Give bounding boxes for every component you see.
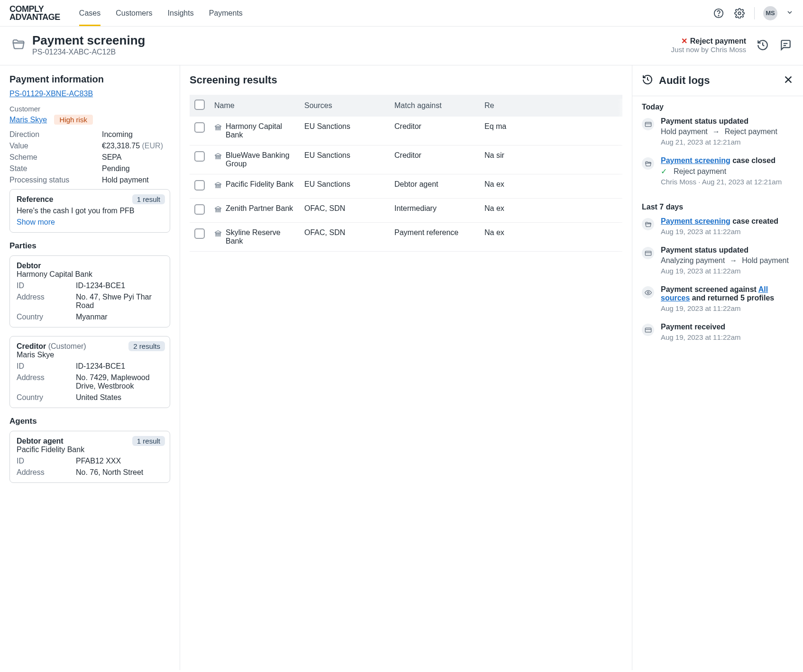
- creditor-id-value: ID-1234-BCE1: [76, 362, 163, 371]
- folder-icon: [11, 37, 26, 53]
- page-title: Payment screening: [32, 33, 145, 48]
- payment-screening-link[interactable]: Payment screening: [661, 217, 730, 225]
- payment-link[interactable]: PS-01129-XBNE-AC83B: [9, 90, 93, 98]
- folder-icon: [642, 157, 654, 170]
- tab-insights[interactable]: Insights: [168, 0, 194, 26]
- user-menu-chevron-icon[interactable]: [786, 9, 794, 18]
- dagent-name: Pacific Fidelity Bank: [17, 445, 163, 454]
- svg-rect-15: [219, 184, 220, 187]
- col-sources[interactable]: Sources: [301, 95, 391, 117]
- tab-customers[interactable]: Customers: [116, 0, 152, 26]
- table-row[interactable]: BlueWave Banking GroupEU SanctionsCredit…: [190, 145, 622, 174]
- table-row[interactable]: Harmony Capital BankEU SanctionsCreditor…: [190, 117, 622, 145]
- scheme-label: Scheme: [9, 153, 102, 162]
- bank-icon: [214, 229, 222, 245]
- svg-rect-10: [218, 155, 218, 158]
- debtor-id-value: ID-1234-BCE1: [76, 282, 163, 290]
- settings-icon[interactable]: [733, 7, 746, 19]
- col-re[interactable]: Re: [481, 95, 622, 117]
- screening-results-panel: Screening results Name Sources Match aga…: [180, 65, 632, 670]
- audit-timestamp: Aug 19, 2023 at 11:22am: [661, 227, 778, 236]
- svg-rect-13: [216, 184, 216, 187]
- top-nav: COMPLY ADVANTAGE Cases Customers Insight…: [0, 0, 803, 27]
- match-cell: Creditor: [391, 145, 481, 174]
- creditor-card: 2 results Creditor (Customer) Maris Skye…: [9, 336, 170, 408]
- creditor-addr-label: Address: [17, 373, 76, 390]
- table-row[interactable]: Skyline Reserve BankOFAC, SDNPayment ref…: [190, 223, 622, 252]
- audit-title: Payment status updated: [661, 246, 789, 254]
- svg-rect-6: [218, 127, 218, 129]
- match-cell: Debtor agent: [391, 174, 481, 199]
- card-icon: [642, 324, 654, 336]
- debtor-agent-card: 1 result Debtor agent Pacific Fidelity B…: [9, 431, 170, 483]
- audit-title: Payment status updated: [661, 117, 777, 126]
- reject-x-icon: ✕: [681, 37, 687, 45]
- creditor-name: Maris Skye: [17, 351, 163, 359]
- reject-status: ✕Reject payment Just now by Chris Moss: [671, 36, 746, 54]
- sources-cell: EU Sanctions: [301, 145, 391, 174]
- risk-badge: High risk: [54, 115, 93, 125]
- card-icon: [642, 247, 654, 259]
- card-icon: [642, 118, 654, 130]
- audit-title: Payment received: [661, 323, 740, 331]
- audit-outcome: Reject payment: [674, 167, 726, 176]
- row-checkbox[interactable]: [194, 228, 205, 239]
- close-icon[interactable]: [783, 74, 794, 87]
- dagent-addr-value: No. 76, North Street: [76, 468, 163, 477]
- entity-name: BlueWave Banking Group: [226, 151, 297, 168]
- pstatus-value: Hold payment: [102, 176, 170, 184]
- re-cell: Eq ma: [481, 117, 622, 145]
- svg-rect-5: [216, 127, 216, 129]
- svg-rect-22: [218, 233, 218, 235]
- row-checkbox[interactable]: [194, 151, 205, 162]
- help-icon[interactable]: [712, 7, 725, 19]
- creditor-note: (Customer): [48, 342, 86, 350]
- direction-value: Incoming: [102, 130, 170, 139]
- reference-card: 1 result Reference Here's the cash I got…: [9, 189, 170, 233]
- arrow-icon: →: [712, 127, 720, 136]
- row-checkbox[interactable]: [194, 204, 205, 215]
- audit-timestamp: Aug 19, 2023 at 11:22am: [661, 304, 794, 312]
- history-icon: [642, 74, 653, 87]
- row-checkbox[interactable]: [194, 122, 205, 133]
- entity-name: Pacific Fidelity Bank: [226, 180, 293, 191]
- re-cell: Na sir: [481, 145, 622, 174]
- history-icon[interactable]: [757, 39, 769, 51]
- value-value: €23,318.75 (EUR): [102, 142, 170, 150]
- show-more-link[interactable]: Show more: [17, 218, 163, 227]
- svg-rect-32: [645, 328, 651, 332]
- tab-payments[interactable]: Payments: [209, 0, 243, 26]
- table-row[interactable]: Pacific Fidelity BankEU SanctionsDebtor …: [190, 174, 622, 199]
- svg-rect-29: [645, 251, 651, 255]
- status-to: Hold payment: [742, 256, 789, 265]
- bank-icon: [214, 181, 222, 191]
- status-to: Reject payment: [725, 127, 777, 136]
- table-row[interactable]: Zenith Partner BankOFAC, SDNIntermediary…: [190, 199, 622, 223]
- debtor-id-label: ID: [17, 282, 76, 290]
- user-avatar[interactable]: MS: [763, 6, 777, 20]
- page-header: Payment screening PS-01234-XABC-AC12B ✕R…: [0, 27, 803, 65]
- audit-item: Payment status updated Analyzing payment…: [642, 246, 794, 275]
- svg-rect-11: [219, 155, 220, 158]
- select-all-checkbox[interactable]: [194, 100, 205, 110]
- row-checkbox[interactable]: [194, 180, 205, 191]
- tab-cases[interactable]: Cases: [79, 0, 100, 26]
- customer-link[interactable]: Maris Skye: [9, 116, 47, 124]
- svg-point-31: [647, 291, 649, 293]
- col-match[interactable]: Match against: [391, 95, 481, 117]
- col-name[interactable]: Name: [210, 95, 301, 117]
- debtor-addr-label: Address: [17, 293, 76, 310]
- comments-icon[interactable]: [779, 39, 792, 51]
- check-icon: ✓: [661, 167, 667, 176]
- svg-rect-23: [219, 233, 220, 235]
- arrow-icon: →: [730, 256, 737, 265]
- payment-screening-link[interactable]: Payment screening: [661, 156, 730, 164]
- debtor-title: Debtor: [17, 262, 163, 270]
- today-label: Today: [642, 103, 794, 111]
- dagent-id-label: ID: [17, 457, 76, 465]
- svg-rect-7: [219, 127, 220, 129]
- svg-rect-18: [218, 209, 218, 211]
- audit-item: Payment status updated Hold payment → Re…: [642, 117, 794, 146]
- entity-name: Harmony Capital Bank: [226, 122, 297, 139]
- nav-tabs: Cases Customers Insights Payments: [79, 0, 243, 26]
